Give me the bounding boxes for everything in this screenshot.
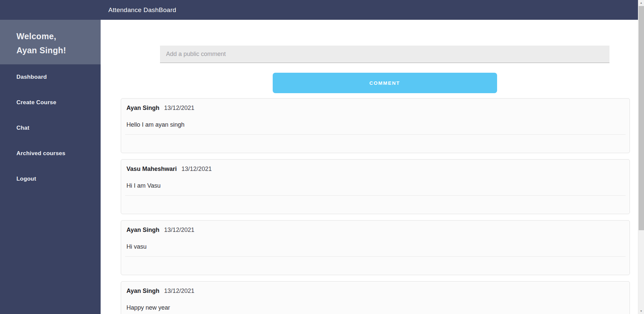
- welcome-banner: Welcome, Ayan Singh!: [0, 20, 101, 64]
- app-title: Attendance DashBoard: [108, 0, 176, 20]
- comment-text: Hello I am ayan singh: [126, 121, 624, 129]
- comment-input[interactable]: [160, 46, 609, 63]
- comment-text: Happy new year: [126, 304, 624, 312]
- sidebar-item-chat[interactable]: Chat: [0, 115, 101, 141]
- comment-card-body: Vasu Maheshwari 13/12/2021 Hi I am Vasu: [121, 160, 630, 190]
- comment-author: Vasu Maheshwari: [126, 165, 177, 173]
- card-divider: [125, 256, 626, 257]
- comment-text: Hi vasu: [126, 243, 624, 251]
- sidebar-item-label: Chat: [16, 125, 30, 131]
- comment-date: 13/12/2021: [181, 165, 212, 173]
- sidebar-item-archived-courses[interactable]: Archived courses: [0, 141, 101, 166]
- comment-form: COMMENT: [160, 46, 609, 93]
- sidebar-item-label: Archived courses: [16, 150, 65, 157]
- card-divider: [125, 195, 626, 196]
- sidebar-item-dashboard[interactable]: Dashboard: [0, 64, 101, 90]
- comment-header: Ayan Singh 13/12/2021: [126, 287, 624, 295]
- comment-card-body: Ayan Singh 13/12/2021 Happy new year: [121, 281, 630, 312]
- comment-date: 13/12/2021: [164, 287, 194, 295]
- main-content: COMMENT Ayan Singh 13/12/2021 Hello I am…: [101, 20, 638, 314]
- scroll-up-button[interactable]: ▲: [638, 0, 644, 6]
- comments-list: Ayan Singh 13/12/2021 Hello I am ayan si…: [121, 98, 630, 314]
- comment-header: Vasu Maheshwari 13/12/2021: [126, 165, 624, 173]
- comment-card-body: Ayan Singh 13/12/2021 Hello I am ayan si…: [121, 99, 630, 129]
- scrollbar-thumb[interactable]: [639, 6, 644, 230]
- comment-card: Ayan Singh 13/12/2021 Hello I am ayan si…: [121, 98, 630, 153]
- comment-submit-button[interactable]: COMMENT: [273, 73, 497, 93]
- welcome-text-line1: Welcome,: [16, 29, 101, 43]
- comment-date: 13/12/2021: [164, 104, 194, 112]
- comment-author: Ayan Singh: [126, 226, 159, 234]
- card-divider: [125, 134, 626, 135]
- comment-header: Ayan Singh 13/12/2021: [126, 226, 624, 234]
- sidebar-item-create-course[interactable]: Create Course: [0, 90, 101, 115]
- comment-card: Vasu Maheshwari 13/12/2021 Hi I am Vasu: [121, 159, 630, 214]
- scroll-down-button[interactable]: ▼: [638, 308, 644, 314]
- comment-author: Ayan Singh: [126, 104, 159, 112]
- sidebar-item-logout[interactable]: Logout: [0, 166, 101, 192]
- sidebar-item-label: Create Course: [16, 99, 56, 106]
- welcome-text-line2: Ayan Singh!: [16, 43, 101, 57]
- comment-header: Ayan Singh 13/12/2021: [126, 104, 624, 112]
- sidebar-menu: Dashboard Create Course Chat Archived co…: [0, 64, 101, 192]
- comment-date: 13/12/2021: [164, 226, 194, 234]
- sidebar: Welcome, Ayan Singh! Dashboard Create Co…: [0, 20, 101, 314]
- comment-card-body: Ayan Singh 13/12/2021 Hi vasu: [121, 221, 630, 251]
- comment-card: Ayan Singh 13/12/2021 Happy new year: [121, 281, 630, 314]
- top-navbar: Attendance DashBoard: [0, 0, 644, 20]
- vertical-scrollbar[interactable]: ▲ ▼: [638, 0, 644, 314]
- sidebar-item-label: Logout: [16, 176, 36, 182]
- comment-card: Ayan Singh 13/12/2021 Hi vasu: [121, 220, 630, 275]
- comment-text: Hi I am Vasu: [126, 182, 624, 190]
- sidebar-item-label: Dashboard: [16, 74, 47, 80]
- comment-author: Ayan Singh: [126, 287, 159, 295]
